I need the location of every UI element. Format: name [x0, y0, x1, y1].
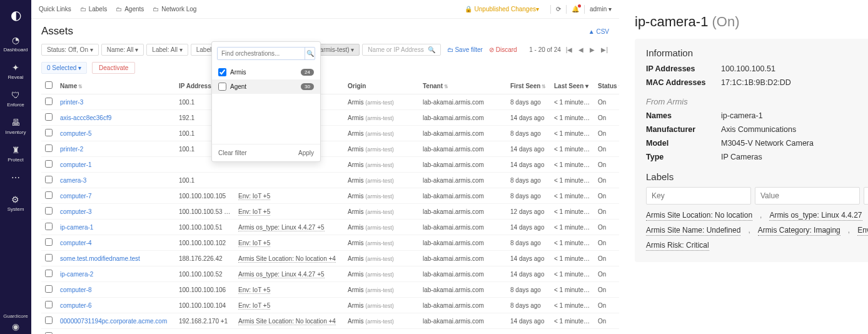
row-checkbox[interactable] — [45, 144, 53, 152]
topbar-link-agents[interactable]: 🗀Agents — [116, 6, 144, 13]
row-checkbox[interactable] — [45, 129, 53, 136]
asset-link[interactable]: computer-1 — [60, 161, 92, 168]
clear-filter-link[interactable]: Clear filter — [218, 149, 247, 156]
filter-name[interactable]: Name: All ▾ — [101, 44, 144, 56]
table-row[interactable]: camera-3100.1Armis (armis-test)lab-akama… — [41, 173, 619, 188]
asset-link[interactable]: printer-3 — [60, 99, 83, 106]
table-row[interactable]: printer-1100.100.100.56Env: IoT +5Armis … — [41, 329, 619, 335]
sidebar-item-system[interactable]: ⚙System — [8, 195, 24, 212]
asset-link[interactable]: camera-3 — [60, 177, 86, 184]
pager-next[interactable]: ▶ — [588, 46, 596, 53]
refresh-icon[interactable]: ⟳ — [556, 6, 561, 13]
asset-link[interactable]: axis-accc8ec36cf9 — [60, 114, 111, 121]
notification-icon[interactable]: 🔔 — [572, 6, 579, 13]
admin-menu[interactable]: admin ▾ — [590, 6, 612, 13]
label-chip[interactable]: Armis Site Location: No location — [646, 211, 752, 221]
apply-filter-button[interactable]: Apply — [298, 149, 314, 156]
row-checkbox[interactable] — [45, 270, 53, 277]
sidebar-item-reveal[interactable]: ✦Reveal — [8, 63, 24, 80]
row-checkbox[interactable] — [45, 223, 53, 230]
col-last-seen[interactable]: Last Seen ▾ — [550, 78, 594, 94]
sidebar-item-inventory[interactable]: 🖶Inventory — [6, 118, 26, 135]
asset-link[interactable]: ip-camera-2 — [60, 271, 93, 278]
table-row[interactable]: computer-8100.100.100.106Env: IoT +5Armi… — [41, 282, 619, 298]
orchestration-option[interactable]: Armis24 — [212, 65, 320, 79]
sidebar-item-dashboard[interactable]: ◔Dashboard — [3, 35, 28, 53]
row-checkbox[interactable] — [45, 176, 53, 183]
deactivate-button[interactable]: Deactivate — [92, 62, 135, 74]
table-row[interactable]: computer-5100.1Armis (armis-test)lab-aka… — [41, 126, 619, 141]
orchestration-option[interactable]: Agent30 — [212, 79, 320, 94]
asset-link[interactable]: computer-6 — [60, 302, 92, 309]
col-origin[interactable]: Origin — [344, 78, 419, 94]
row-checkbox[interactable] — [45, 285, 53, 293]
asset-link[interactable]: printer-2 — [60, 146, 83, 153]
table-row[interactable]: ip-camera-2100.100.100.52Armis os_type: … — [41, 266, 619, 282]
table-row[interactable]: computer-4100.100.100.102Env: IoT +5Armi… — [41, 235, 619, 251]
label-chip[interactable]: Armis Site Name: Undefined — [646, 226, 740, 236]
row-checkbox[interactable] — [45, 316, 53, 324]
cell-origin: Armis (armis-test) — [344, 110, 419, 126]
col-first-seen[interactable]: First Seen⇅ — [507, 78, 550, 94]
col-status[interactable]: Status⇅ — [594, 78, 619, 94]
row-checkbox[interactable] — [45, 98, 53, 105]
table-row[interactable]: computer-6100.100.100.104Env: IoT +5Armi… — [41, 298, 619, 313]
table-row[interactable]: printer-3100.1Armis (armis-test)lab-akam… — [41, 94, 619, 110]
topbar-link-labels[interactable]: 🗀Labels — [80, 6, 107, 13]
sidebar-item-enforce[interactable]: 🛡Enforce — [7, 90, 24, 108]
table-row[interactable]: some.test.modifiedname.test188.176.226.4… — [41, 251, 619, 266]
shield-icon: 🛡 — [11, 90, 20, 100]
quick-links[interactable]: Quick Links — [39, 6, 71, 13]
row-checkbox[interactable] — [45, 191, 53, 199]
col-tenant[interactable]: Tenant⇅ — [419, 78, 507, 94]
table-row[interactable]: computer-1Armis (armis-test)lab-akamai.a… — [41, 157, 619, 173]
discard-filter-link[interactable]: ⊘ Discard — [489, 46, 517, 53]
save-filter-link[interactable]: 🗀 Save filter — [447, 46, 483, 53]
topbar-link-network-log[interactable]: 🗀Network Log — [153, 6, 196, 13]
asset-link[interactable]: some.test.modifiedname.test — [60, 255, 140, 262]
selected-count[interactable]: 0 Selected ▾ — [41, 62, 87, 74]
filter-status[interactable]: Status: Off, On ▾ — [41, 44, 99, 56]
row-checkbox[interactable] — [45, 207, 53, 215]
asset-link[interactable]: computer-5 — [60, 130, 92, 137]
asset-link[interactable]: computer-7 — [60, 193, 92, 200]
row-checkbox[interactable] — [45, 301, 53, 308]
add-label-button[interactable]: Add — [864, 187, 868, 205]
table-row[interactable]: computer-7100.100.100.105Env: IoT +5Armi… — [41, 188, 619, 204]
table-row[interactable]: ip-camera-1100.100.100.51Armis os_type: … — [41, 220, 619, 235]
col-name[interactable]: Name⇅ — [56, 78, 175, 94]
option-checkbox[interactable] — [218, 83, 226, 91]
label-value-input[interactable] — [755, 187, 860, 205]
table-row[interactable]: 000000731194pc.corporate.acme.com192.168… — [41, 313, 619, 329]
table-row[interactable]: computer-3100.100.100.53 +1Env: IoT +5Ar… — [41, 204, 619, 220]
asset-link[interactable]: computer-3 — [60, 208, 92, 215]
select-all-checkbox[interactable] — [45, 81, 53, 89]
table-row[interactable]: axis-accc8ec36cf9192.1Armis (armis-test)… — [41, 110, 619, 126]
asset-link[interactable]: computer-4 — [60, 240, 92, 246]
pager-first[interactable]: |◀ — [565, 46, 574, 53]
filter-label[interactable]: Label: All ▾ — [146, 44, 188, 56]
label-chip[interactable]: Armis Category: Imaging — [758, 226, 840, 236]
row-checkbox[interactable] — [45, 113, 53, 121]
export-csv-button[interactable]: ▲ CSV — [588, 28, 609, 35]
row-checkbox[interactable] — [45, 160, 53, 168]
orchestration-search-input[interactable] — [218, 48, 305, 59]
label-chip[interactable]: Armis os_type: Linux 4.4.27 — [769, 211, 862, 221]
pager-prev[interactable]: ◀ — [577, 46, 585, 53]
option-checkbox[interactable] — [218, 68, 226, 76]
sidebar-item-protect[interactable]: ♜Protect — [8, 145, 23, 163]
table-row[interactable]: printer-2100.1Armis (armis-test)lab-akam… — [41, 141, 619, 157]
row-checkbox[interactable] — [45, 254, 53, 261]
label-key-input[interactable] — [646, 187, 751, 205]
label-chip[interactable]: Armis Risk: Critical — [646, 241, 709, 251]
search-icon[interactable]: 🔍 — [305, 48, 315, 59]
asset-link[interactable]: ip-camera-1 — [60, 224, 93, 231]
pager-last[interactable]: ▶| — [600, 46, 609, 53]
unpublished-changes[interactable]: 🔒Unpublished Changes ▾ — [465, 6, 539, 13]
label-chip[interactable]: Env: IoT — [857, 226, 868, 236]
cell-tenant: lab-akamai.armis.com — [419, 298, 507, 313]
name-ip-search[interactable]: Name or IP Address🔍 — [362, 44, 440, 56]
asset-link[interactable]: computer-8 — [60, 286, 92, 293]
asset-link[interactable]: 000000731194pc.corporate.acme.com — [60, 318, 167, 325]
row-checkbox[interactable] — [45, 238, 53, 246]
